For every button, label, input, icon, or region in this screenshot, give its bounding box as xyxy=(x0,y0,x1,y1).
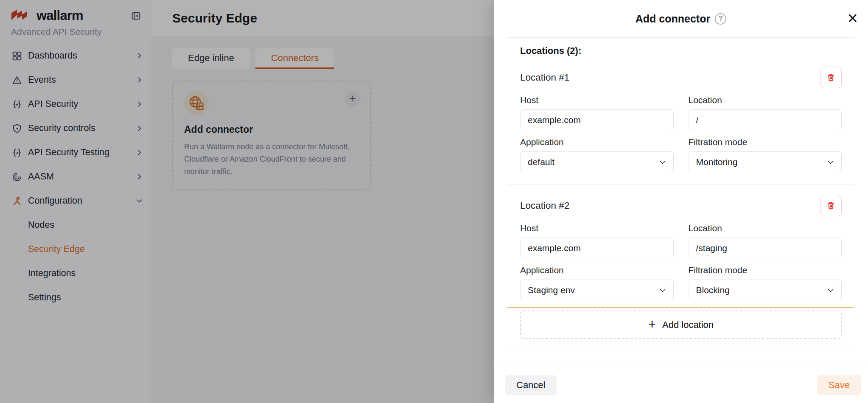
chevron-down-icon xyxy=(828,286,834,292)
plus-icon: + xyxy=(648,318,656,331)
delete-location-button[interactable] xyxy=(820,67,842,88)
host-input[interactable] xyxy=(520,109,674,130)
location-divider xyxy=(507,184,854,185)
locations-section-label: Locations (2): xyxy=(520,45,854,56)
delete-location-button[interactable] xyxy=(820,195,842,216)
chevron-down-icon xyxy=(828,158,834,164)
modal-backdrop[interactable] xyxy=(0,0,494,403)
modal-title: Add connector ? xyxy=(636,13,726,25)
host-label: Host xyxy=(520,95,674,105)
add-location-label: Add location xyxy=(662,319,714,330)
location-label: Location xyxy=(689,223,842,233)
filtration-mode-label: Filtration mode xyxy=(689,137,842,147)
location-block-1: Location #1 Host xyxy=(507,67,854,172)
chevron-down-icon xyxy=(659,286,665,292)
application-label: Application xyxy=(520,137,674,147)
location-title: Location #2 xyxy=(520,200,569,211)
help-glyph: ? xyxy=(719,14,723,23)
add-location-button[interactable]: + Add location xyxy=(520,311,842,339)
filtration-mode-select[interactable]: Monitoring xyxy=(689,151,842,172)
trash-icon xyxy=(826,72,836,83)
application-label: Application xyxy=(520,265,674,275)
modal-title-text: Add connector xyxy=(636,13,710,25)
host-input[interactable] xyxy=(520,238,674,258)
application-selected-value: default xyxy=(528,157,554,167)
filtration-selected-value: Blocking xyxy=(696,285,730,295)
location-label: Location xyxy=(689,95,842,105)
filtration-mode-select[interactable]: Blocking xyxy=(689,280,842,300)
application-select[interactable]: Staging env xyxy=(520,280,674,300)
add-connector-modal: Add connector ? × Locations (2): Locatio… xyxy=(494,0,868,403)
save-button[interactable]: Save xyxy=(817,375,861,395)
application-select[interactable]: default xyxy=(520,151,674,172)
modal-body: Locations (2): Location #1 xyxy=(507,37,854,367)
trash-icon xyxy=(826,200,836,211)
chevron-down-icon xyxy=(659,158,665,164)
cancel-button[interactable]: Cancel xyxy=(505,375,557,395)
modal-header: Add connector ? × xyxy=(494,0,868,37)
content-end-divider xyxy=(507,352,854,352)
location-block-2: Location #2 Host xyxy=(507,195,854,300)
filtration-mode-label: Filtration mode xyxy=(689,265,842,275)
help-circle-icon[interactable]: ? xyxy=(715,13,726,25)
filtration-selected-value: Monitoring xyxy=(696,157,738,167)
location-input[interactable] xyxy=(689,109,842,130)
modal-footer: Cancel Save xyxy=(494,367,868,403)
application-selected-value: Staging env xyxy=(528,285,575,295)
location-title: Location #1 xyxy=(520,72,569,83)
close-button[interactable]: × xyxy=(847,9,858,27)
location-input[interactable] xyxy=(689,238,842,258)
host-label: Host xyxy=(520,223,674,233)
close-icon: × xyxy=(847,8,858,28)
